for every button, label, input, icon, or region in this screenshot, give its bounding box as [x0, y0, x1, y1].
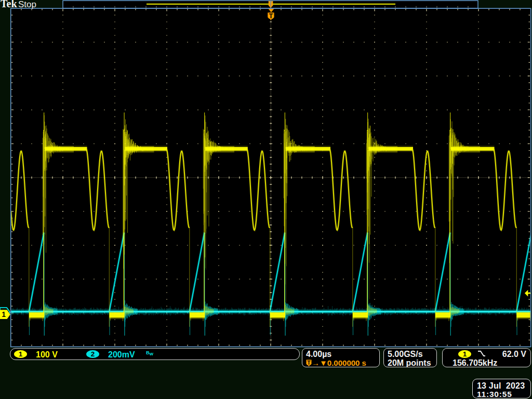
- svg-text:1: 1: [2, 310, 6, 318]
- svg-text:T: T: [307, 360, 311, 366]
- svg-text:T: T: [269, 12, 273, 20]
